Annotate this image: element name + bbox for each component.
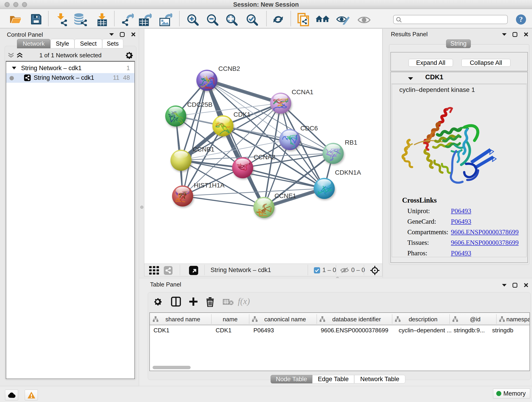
svg-text:CCNB2: CCNB2 — [218, 65, 240, 72]
svg-text:CCNA1: CCNA1 — [292, 89, 313, 96]
svg-text:CDKN1A: CDKN1A — [335, 169, 361, 176]
svg-text:CCNE1: CCNE1 — [274, 192, 296, 199]
svg-text:CDK1: CDK1 — [234, 111, 251, 118]
svg-text:RB1: RB1 — [345, 139, 357, 146]
svg-text:CCNB1: CCNB1 — [193, 146, 215, 153]
svg-text:?: ? — [519, 15, 523, 23]
svg-text:CCNA2: CCNA2 — [254, 153, 275, 161]
svg-text:CDC25B: CDC25B — [187, 101, 212, 108]
svg-text:HIST1H1A: HIST1H1A — [194, 182, 225, 189]
svg-text:CDC6: CDC6 — [300, 125, 318, 132]
